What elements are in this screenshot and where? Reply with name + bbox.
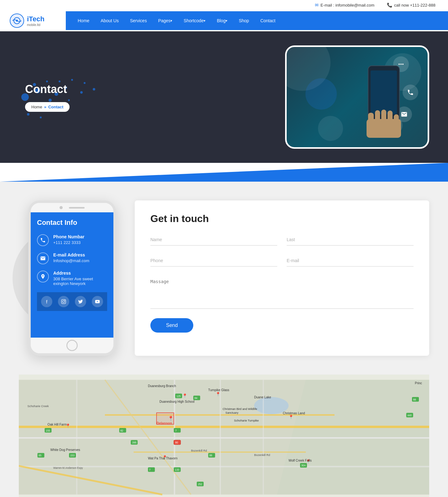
svg-text:Turnpike Glass: Turnpike Glass — [208, 388, 229, 392]
svg-rect-38 — [19, 426, 429, 428]
nav-shortcode[interactable]: Shortcode — [178, 11, 211, 30]
email-input[interactable] — [287, 255, 414, 266]
form-message-group — [150, 276, 414, 309]
svg-point-34 — [65, 300, 65, 301]
phone-circle-icon — [37, 234, 49, 246]
svg-text:125: 125 — [176, 395, 181, 398]
logo[interactable]: iTech mobile.ltd — [9, 10, 66, 31]
svg-rect-43 — [174, 380, 175, 494]
breadcrumb-home[interactable]: Home — [31, 105, 42, 109]
phone-label: Phone Numbar — [53, 234, 85, 239]
top-bar: ✉ E-mail : infomobile@mail.com 📞 call no… — [0, 0, 448, 10]
instagram-icon[interactable] — [58, 296, 69, 307]
phone-camera — [60, 206, 63, 209]
form-email-group — [287, 255, 414, 267]
send-button[interactable]: Send — [150, 318, 193, 333]
form-name-group — [150, 234, 277, 246]
email-value: Infoshop@mail.com — [53, 258, 89, 263]
nav-services[interactable]: Services — [124, 11, 153, 30]
phone-text: call now +111-222-888 — [394, 3, 435, 8]
svg-text:7: 7 — [175, 429, 177, 432]
logo-sub: mobile.ltd — [27, 23, 44, 27]
contact-info-title: Contact Info — [37, 219, 107, 227]
form-row-name — [150, 234, 414, 252]
nav-shop[interactable]: Shop — [233, 11, 255, 30]
svg-text:Warren-M.Anderson Expy: Warren-M.Anderson Expy — [53, 467, 83, 469]
svg-text:7: 7 — [149, 469, 151, 471]
svg-text:Wolf Creek Falls: Wolf Creek Falls — [289, 459, 312, 462]
email-info-text: E-mail Address Infoshop@mail.com — [53, 252, 89, 263]
svg-rect-39 — [19, 437, 429, 439]
svg-text:Sanctuary: Sanctuary — [226, 411, 239, 414]
nav-contact[interactable]: Contact — [255, 11, 281, 30]
svg-text:📍: 📍 — [289, 415, 294, 420]
svg-rect-29 — [381, 110, 386, 122]
svg-text:Christmas Land: Christmas Land — [283, 412, 305, 415]
contact-info-phone: Phone Numbar +111 222 3333 — [37, 234, 107, 246]
message-input[interactable] — [150, 276, 414, 307]
youtube-icon[interactable] — [92, 296, 103, 307]
nav-home[interactable]: Home — [72, 11, 95, 30]
twitter-icon[interactable] — [75, 296, 86, 307]
address-value: 308 Berrier Ave sweetexington Newyork — [53, 277, 93, 286]
svg-point-2 — [16, 20, 18, 22]
hand-phone-svg — [349, 53, 418, 147]
diagonal-strip — [0, 163, 448, 182]
svg-text:133: 133 — [175, 469, 179, 471]
address-label: Address — [53, 271, 93, 276]
svg-text:Schoharie Turnpike: Schoharie Turnpike — [234, 419, 259, 422]
svg-text:440: 440 — [407, 414, 412, 417]
svg-text:Princ: Princ — [415, 381, 422, 385]
phone-bottom-bar — [31, 338, 113, 353]
svg-text:Bozenkill Rd: Bozenkill Rd — [254, 453, 270, 457]
facebook-icon[interactable]: f — [41, 296, 52, 307]
svg-text:Schoharie Creek: Schoharie Creek — [27, 405, 49, 408]
svg-text:Wat Pa Thai Thavorn: Wat Pa Thai Thavorn — [148, 457, 177, 460]
phone-mockup: Contact Info Phone Numbar +111 222 3333 — [28, 200, 116, 356]
svg-rect-30 — [388, 111, 393, 122]
phone-icon: 📞 — [387, 3, 392, 8]
svg-text:Duanesburg High School: Duanesburg High School — [159, 400, 195, 403]
svg-text:Delanson: Delanson — [157, 421, 172, 425]
header: iTech mobile.ltd Home About Us Services … — [0, 10, 448, 31]
svg-text:📍: 📍 — [182, 393, 187, 398]
contact-info-email: E-mail Address Infoshop@mail.com — [37, 252, 107, 264]
hero-image — [285, 45, 429, 149]
svg-text:80: 80 — [175, 441, 178, 444]
nav-blog[interactable]: Blog — [211, 11, 233, 30]
contact-info-address: Address 308 Berrier Ave sweetexington Ne… — [37, 271, 107, 286]
svg-text:Oak Hill Farm: Oak Hill Farm — [48, 423, 67, 426]
svg-text:📍: 📍 — [216, 392, 221, 397]
svg-rect-32 — [61, 299, 65, 303]
svg-text:155: 155 — [46, 429, 50, 432]
svg-text:White Dog Preserves: White Dog Preserves — [50, 448, 80, 452]
breadcrumb-sep: » — [44, 105, 46, 109]
name-input[interactable] — [150, 234, 277, 245]
svg-text:📍: 📍 — [168, 416, 174, 421]
main-nav: Home About Us Services Pages Shortcode B… — [66, 11, 448, 30]
phone-speaker — [69, 207, 85, 209]
svg-text:30A: 30A — [301, 464, 306, 467]
svg-rect-44 — [220, 380, 221, 494]
phone-input[interactable] — [150, 255, 277, 266]
form-phone-group — [150, 255, 277, 267]
phone-social-bar: f — [37, 292, 107, 311]
hero-content: Contact Home » Contact — [0, 64, 95, 131]
svg-text:Christman Bird and Wildlife: Christman Bird and Wildlife — [222, 407, 257, 411]
breadcrumb: Home » Contact — [25, 102, 70, 112]
map-svg: 📍 📍 📍 📍 📍 📍 📍 Duanesburg Branch Turnpike… — [19, 375, 429, 497]
email-icon: ✉ — [315, 3, 319, 8]
nav-pages[interactable]: Pages — [153, 11, 178, 30]
map-section: 📍 📍 📍 📍 📍 📍 📍 Duanesburg Branch Turnpike… — [19, 375, 429, 497]
nav-about[interactable]: About Us — [95, 11, 124, 30]
phone-top-bar — [31, 203, 113, 212]
svg-text:65: 65 — [39, 454, 42, 457]
last-input[interactable] — [287, 234, 414, 245]
svg-rect-77 — [174, 428, 181, 433]
svg-point-33 — [63, 301, 65, 303]
phone-home-button — [66, 340, 78, 351]
form-title: Get in touch — [150, 213, 414, 225]
svg-rect-27 — [368, 113, 374, 125]
svg-text:84: 84 — [195, 397, 198, 400]
contact-form-card: Get in touch Send — [135, 200, 429, 356]
